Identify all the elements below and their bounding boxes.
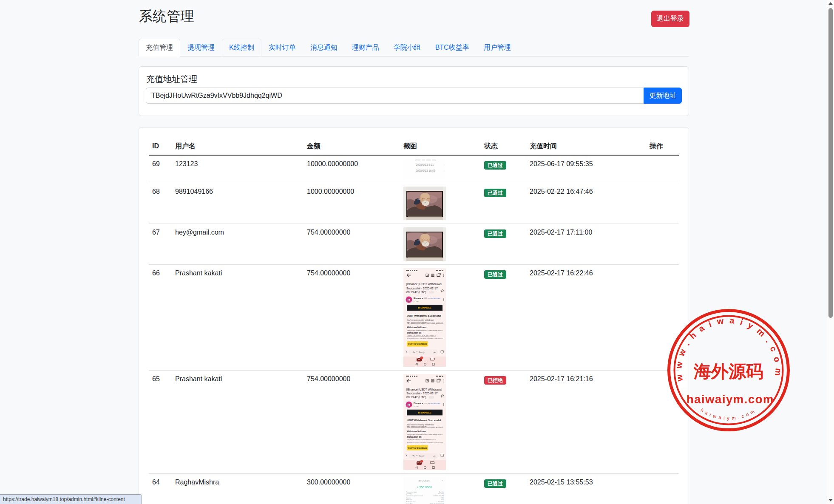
svg-text:Income: Income — [406, 497, 411, 499]
svg-text:70%: 70% — [441, 499, 444, 501]
svg-text:×: × — [442, 479, 443, 481]
svg-text:2025/6/13 16:09: 2025/6/13 16:09 — [416, 169, 436, 172]
svg-text:BTO/USDT: BTO/USDT — [418, 479, 430, 482]
svg-text:Unrealizate price in check: Unrealizate price in check — [406, 495, 423, 497]
svg-text:107181.051 PM: 107181.051 PM — [433, 495, 444, 497]
svg-text:Quantity: Quantity — [406, 493, 411, 495]
svg-text:Profit and loss: Profit and loss — [406, 501, 415, 503]
svg-text:www.haiwaiym.com: www.haiwaiym.com — [674, 315, 783, 382]
svg-text:350: 350 — [441, 497, 444, 499]
svg-text:haiwaiym.com: haiwaiym.com — [700, 408, 757, 421]
svg-text:Transaction type: Transaction type — [406, 491, 417, 493]
svg-text:profit rais: profit rais — [406, 499, 412, 501]
svg-text:2025/6/13 9:51: 2025/6/13 9:51 — [416, 163, 434, 166]
svg-text:haiwaiym.com: haiwaiym.com — [686, 393, 774, 406]
svg-text:+ 350.0000: + 350.0000 — [436, 501, 444, 503]
svg-text:+ 350.0000: + 350.0000 — [417, 485, 432, 489]
svg-text:Buy Up: Buy Up — [439, 491, 444, 493]
svg-text:350.0000: 350.0000 — [437, 493, 444, 495]
svg-text:海外源码: 海外源码 — [693, 362, 763, 381]
